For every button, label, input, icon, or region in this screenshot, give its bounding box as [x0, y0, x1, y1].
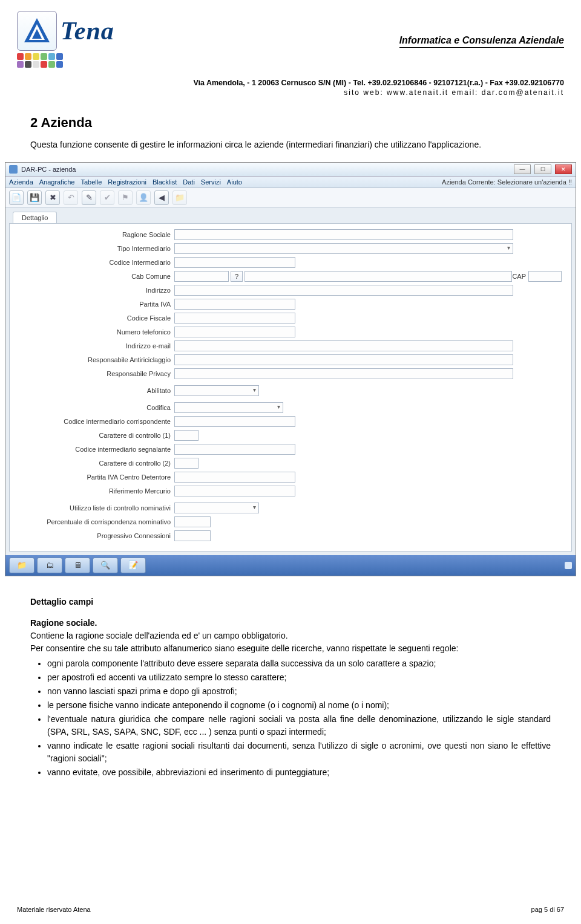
input-partita-iva[interactable] — [174, 299, 295, 310]
taskbar: 📁 🗂 🖥 🔍 📝 — [5, 555, 576, 576]
toolbar-undo-icon[interactable]: ↶ — [64, 190, 78, 205]
input-cod-int-corr[interactable] — [174, 416, 295, 427]
label-perc-corr: Percentuale di corrispondenza nominativo — [16, 518, 174, 525]
input-codice-intermediario[interactable] — [174, 257, 295, 268]
menu-dati[interactable]: Dati — [183, 178, 195, 186]
brand-icon — [17, 11, 57, 51]
taskbar-browser-icon[interactable]: 🔍 — [93, 558, 118, 573]
input-car-ctrl-1[interactable] — [174, 430, 199, 441]
select-abilitato[interactable] — [174, 385, 259, 396]
header-contact: sito web: www.atenait.it email: dar.com@… — [17, 88, 564, 97]
menubar: Azienda Anagrafiche Tabelle Registrazion… — [5, 177, 576, 188]
label-codice-fiscale: Codice Fiscale — [16, 314, 174, 322]
form-area: Ragione Sociale Tipo Intermediario Codic… — [9, 223, 572, 551]
label-resp-privacy: Responsabile Privacy — [16, 370, 174, 377]
menu-azienda[interactable]: Azienda — [9, 178, 33, 186]
input-comune-desc[interactable] — [245, 271, 512, 282]
menu-servizi[interactable]: Servizi — [201, 178, 221, 186]
menu-tabelle[interactable]: Tabelle — [80, 178, 102, 186]
taskbar-app-icon[interactable]: 🖥 — [65, 558, 90, 573]
menu-anagrafiche[interactable]: Anagrafiche — [39, 178, 75, 186]
header-address: Via Amendola, - 1 20063 Cernusco S/N (MI… — [17, 79, 564, 87]
lookup-cab-button[interactable]: ? — [231, 271, 243, 282]
input-cod-int-segn[interactable] — [174, 444, 295, 455]
input-progr-conn[interactable] — [174, 530, 211, 541]
toolbar-check-icon[interactable]: ✔ — [100, 190, 114, 205]
select-codifica[interactable] — [174, 402, 283, 413]
minimize-button[interactable]: — — [514, 164, 531, 174]
tab-strip: Dettaglio — [5, 208, 576, 223]
toolbar-back-icon[interactable]: ◀ — [154, 190, 169, 205]
subhead-ragione-sociale: Ragione sociale. — [30, 617, 551, 630]
taskbar-word-icon[interactable]: 📝 — [120, 558, 146, 573]
toolbar-edit-icon[interactable]: ✎ — [82, 190, 96, 205]
toolbar-flag-icon[interactable]: ⚑ — [118, 190, 133, 205]
label-cod-int-segn: Codice intermediario segnalante — [16, 446, 174, 453]
taskbar-folder-icon[interactable]: 🗂 — [37, 558, 62, 573]
section-azienda: 2 Azienda Questa funzione consente di ge… — [0, 100, 581, 151]
taskbar-tray-icon[interactable] — [565, 562, 572, 569]
body-p1: Contiene la ragione sociale dell'azienda… — [30, 630, 551, 642]
label-resp-antiriciclaggio: Responsabile Antiriciclaggio — [16, 356, 174, 363]
input-codice-fiscale[interactable] — [174, 313, 295, 324]
maximize-button[interactable]: ☐ — [534, 164, 551, 174]
label-cap: CAP — [512, 273, 526, 280]
menu-blacklist[interactable]: Blacklist — [153, 178, 177, 186]
section-intro: Questa funzione consente di gestire le i… — [30, 139, 551, 151]
input-car-ctrl-2[interactable] — [174, 458, 199, 469]
select-tipo-intermediario[interactable] — [174, 243, 513, 254]
input-cab-comune[interactable] — [174, 271, 229, 282]
label-cab-comune: Cab Comune — [16, 273, 174, 280]
label-car-ctrl-2: Carattere di controllo (2) — [16, 460, 174, 467]
label-indirizzo-email: Indirizzo e-mail — [16, 342, 174, 350]
section-title: 2 Azienda — [30, 115, 551, 131]
input-indirizzo-email[interactable] — [174, 340, 513, 351]
taskbar-explorer-icon[interactable]: 📁 — [9, 558, 34, 573]
input-cap[interactable] — [528, 271, 562, 282]
label-numero-telefonico: Numero telefonico — [16, 328, 174, 336]
menu-registrazioni[interactable]: Registrazioni — [108, 178, 146, 186]
toolbar-save-icon[interactable]: 💾 — [27, 190, 42, 205]
input-numero-telefonico[interactable] — [174, 327, 295, 337]
list-item: ogni parola componente l'attributo deve … — [47, 657, 551, 670]
input-piva-centro-det[interactable] — [174, 472, 295, 483]
logo-block: Tena — [17, 11, 114, 68]
toolbar-new-icon[interactable]: 📄 — [9, 190, 24, 205]
palette-icon — [17, 53, 114, 68]
input-perc-corr[interactable] — [174, 516, 211, 527]
input-resp-privacy[interactable] — [174, 368, 513, 379]
label-cod-int-corr: Codice intermediario corrispondente — [16, 418, 174, 425]
menu-aiuto[interactable]: Aiuto — [227, 178, 242, 186]
close-button[interactable]: ✕ — [555, 164, 572, 174]
label-progr-conn: Progressivo Connessioni — [16, 532, 174, 539]
toolbar-folder-icon[interactable]: 📁 — [172, 190, 187, 205]
label-car-ctrl-1: Carattere di controllo (1) — [16, 432, 174, 439]
toolbar-user-icon[interactable]: 👤 — [136, 190, 151, 205]
label-tipo-intermediario: Tipo Intermediario — [16, 245, 174, 252]
label-piva-centro-det: Partita IVA Centro Detentore — [16, 473, 174, 481]
list-item: le persone fisiche vanno indicate antepo… — [47, 699, 551, 712]
tab-dettaglio[interactable]: Dettaglio — [13, 212, 57, 223]
body-p2: Per consentire che su tale attributo alf… — [30, 642, 551, 655]
header-tagline: Informatica e Consulenza Aziendale — [399, 35, 564, 46]
label-utilizzo-liste: Utilizzo liste di controllo nominativi — [16, 504, 174, 512]
page-footer: Materiale riservato Atena pag 5 di 67 — [17, 906, 564, 913]
label-codifica: Codifica — [16, 404, 174, 411]
label-partita-iva: Partita IVA — [16, 301, 174, 308]
label-codice-intermediario: Codice Intermediario — [16, 259, 174, 266]
label-indirizzo: Indirizzo — [16, 287, 174, 294]
menubar-status: Azienda Corrente: Selezionare un'azienda… — [442, 178, 572, 186]
list-item: vanno evitate, ove possibile, abbreviazi… — [47, 766, 551, 779]
toolbar: 📄 💾 ✖ ↶ ✎ ✔ ⚑ 👤 ◀ 📁 — [5, 188, 576, 208]
list-item: l'eventuale natura giuridica che compare… — [47, 713, 551, 738]
select-utilizzo-liste[interactable] — [174, 503, 259, 513]
rules-list: ogni parola componente l'attributo deve … — [30, 657, 551, 779]
app-window: DAR-PC - azienda — ☐ ✕ Azienda Anagrafic… — [5, 162, 576, 576]
toolbar-delete-icon[interactable]: ✖ — [45, 190, 60, 205]
input-indirizzo[interactable] — [174, 285, 513, 296]
header-right: Informatica e Consulenza Aziendale — [399, 35, 564, 48]
input-ragione-sociale[interactable] — [174, 229, 513, 240]
input-rif-mercurio[interactable] — [174, 486, 295, 496]
input-resp-antiriciclaggio[interactable] — [174, 354, 513, 365]
header-rule — [399, 47, 564, 48]
